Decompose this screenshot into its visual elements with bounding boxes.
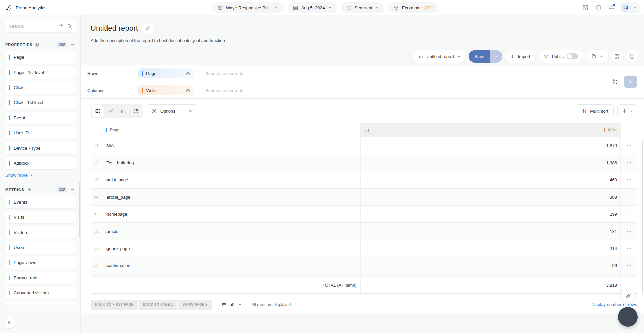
line-chart-view-tab[interactable] xyxy=(104,105,117,117)
table-row[interactable]: #8 confirmation 99 xyxy=(91,257,637,274)
table-row[interactable]: #1 N/A 1,870 xyxy=(91,137,637,154)
date-selector[interactable]: Aug 5, 2024 xyxy=(288,2,337,13)
sidebar-scrollbar[interactable] xyxy=(79,182,80,237)
collapse-sidebar-button[interactable] xyxy=(4,317,15,328)
table-row[interactable]: #6 article 181 xyxy=(91,223,637,240)
metric-label: Page views xyxy=(14,260,36,265)
property-accent-bar xyxy=(9,100,10,105)
back-to-first-page-button[interactable]: BACK TO FIRST PAGE xyxy=(91,300,138,310)
chevron-down-icon xyxy=(629,109,633,113)
row-menu-button[interactable] xyxy=(621,189,637,205)
gear-icon[interactable] xyxy=(185,88,191,93)
add-button[interactable] xyxy=(618,307,638,327)
search-icon[interactable] xyxy=(67,24,72,29)
metric-item[interactable]: Visitors xyxy=(5,226,76,239)
metric-item[interactable]: Visits xyxy=(5,211,76,223)
row-menu-button[interactable] xyxy=(621,206,637,222)
metric-item[interactable]: Page views xyxy=(5,256,76,269)
filter-sliders-icon[interactable] xyxy=(58,23,64,29)
table-view-tab[interactable] xyxy=(92,105,104,117)
row-menu-button[interactable] xyxy=(621,154,637,171)
pagination-bar: BACK TO FIRST PAGE BACK TO PAGE 1 SHOW P… xyxy=(91,299,637,310)
pie-chart-view-tab[interactable] xyxy=(130,105,142,117)
property-item[interactable]: Adblock xyxy=(5,157,76,169)
metric-accent-bar xyxy=(9,215,10,220)
property-item[interactable]: Device - Type xyxy=(5,142,76,154)
bar-chart-view-tab[interactable] xyxy=(117,105,129,117)
run-button[interactable] xyxy=(624,76,637,88)
apps-grid-button[interactable] xyxy=(579,2,591,13)
metric-item[interactable]: Bounce rate xyxy=(5,272,76,284)
columns-search-input[interactable] xyxy=(205,88,319,93)
sort-descending-icon[interactable] xyxy=(364,128,370,133)
row-menu-button[interactable] xyxy=(621,137,637,154)
brand[interactable]: Piano Analytics xyxy=(5,0,47,15)
help-button[interactable]: ? xyxy=(593,2,604,13)
download-dropdown[interactable] xyxy=(617,104,637,118)
table-row[interactable]: #4 article_page 308 xyxy=(91,189,637,206)
import-button[interactable]: Import xyxy=(505,50,535,63)
row-menu-button[interactable] xyxy=(621,223,637,240)
row-menu-button[interactable] xyxy=(621,171,637,188)
reset-button[interactable] xyxy=(609,76,621,88)
edit-title-button[interactable] xyxy=(142,23,154,34)
add-widget-button[interactable] xyxy=(611,50,623,63)
table-row[interactable]: #7 genre_page 114 xyxy=(91,240,637,257)
duplicate-button[interactable] xyxy=(586,50,608,63)
table-body: #1 N/A 1,870 #2 Test_buf xyxy=(91,137,637,274)
page-scrollbar[interactable] xyxy=(642,141,643,294)
eco-mode-toggle[interactable]: Eco mode OFF xyxy=(388,2,438,13)
property-item[interactable]: Click xyxy=(5,81,76,94)
search-input[interactable] xyxy=(9,24,55,29)
show-page-2-button[interactable]: SHOW PAGE 2 xyxy=(178,300,212,310)
multi-sort-button[interactable]: Multi sort xyxy=(576,104,614,118)
visits-column-header[interactable]: Visits xyxy=(360,123,621,137)
user-menu[interactable]: LU xyxy=(620,2,640,13)
rows-search-input[interactable] xyxy=(205,71,319,76)
row-menu-button[interactable] xyxy=(621,257,637,274)
boost-button[interactable] xyxy=(621,289,635,303)
metric-item[interactable]: Users xyxy=(5,241,76,254)
collapse-metrics-button[interactable] xyxy=(70,187,75,192)
columns-element-chip[interactable]: Visits xyxy=(138,85,194,95)
list-icon xyxy=(221,302,227,307)
property-item[interactable]: Page - 1st level xyxy=(5,66,76,79)
metric-accent-bar xyxy=(9,275,10,280)
report-description[interactable]: Add the description of the report to bes… xyxy=(91,38,225,43)
metric-item[interactable]: Converted visitors xyxy=(5,287,76,299)
save-button[interactable]: Save xyxy=(469,50,490,63)
report-selector[interactable]: Untitled report xyxy=(413,50,466,63)
options-dropdown[interactable]: Options xyxy=(146,104,197,118)
back-to-page-1-button[interactable]: BACK TO PAGE 1 xyxy=(139,300,178,310)
collapse-properties-button[interactable] xyxy=(70,42,75,47)
property-item[interactable]: Page xyxy=(5,51,76,64)
public-toggle[interactable] xyxy=(567,53,578,59)
rows-element-chip[interactable]: Page xyxy=(138,68,194,78)
property-item[interactable]: Click - 1st level xyxy=(5,96,76,109)
page-size-dropdown[interactable]: 50 xyxy=(217,299,246,310)
info-icon[interactable] xyxy=(35,42,40,47)
notifications-button[interactable] xyxy=(606,2,617,13)
site-selector[interactable]: Waye Responsive Pri... xyxy=(212,2,284,13)
metric-item[interactable]: Events xyxy=(5,196,76,208)
page-column-header[interactable]: Page xyxy=(91,123,360,137)
actions-column-header xyxy=(621,123,637,137)
property-accent-bar xyxy=(9,55,10,60)
table-row[interactable]: #2 Test_buffering 1,386 xyxy=(91,154,637,171)
property-item[interactable]: Event xyxy=(5,112,76,124)
table-row[interactable]: #3 artist_page 460 xyxy=(91,171,637,189)
save-options-button[interactable] xyxy=(490,50,502,63)
public-toggle-button[interactable]: Public xyxy=(538,50,583,63)
segment-selector[interactable]: Segment xyxy=(341,2,384,13)
property-item[interactable]: User ID xyxy=(5,127,76,139)
row-menu-button[interactable] xyxy=(621,240,637,257)
gear-icon[interactable] xyxy=(185,71,191,76)
table-row[interactable]: #5 homepage 299 xyxy=(91,206,637,223)
show-more-link[interactable]: Show more xyxy=(5,173,33,178)
plus-icon xyxy=(624,313,632,321)
add-metric-button[interactable] xyxy=(27,187,32,192)
ellipsis-icon xyxy=(626,177,632,182)
chevron-down-icon xyxy=(494,54,498,58)
display-number-of-rows-link[interactable]: Display number of rows xyxy=(591,302,637,307)
library-button[interactable] xyxy=(626,50,638,63)
